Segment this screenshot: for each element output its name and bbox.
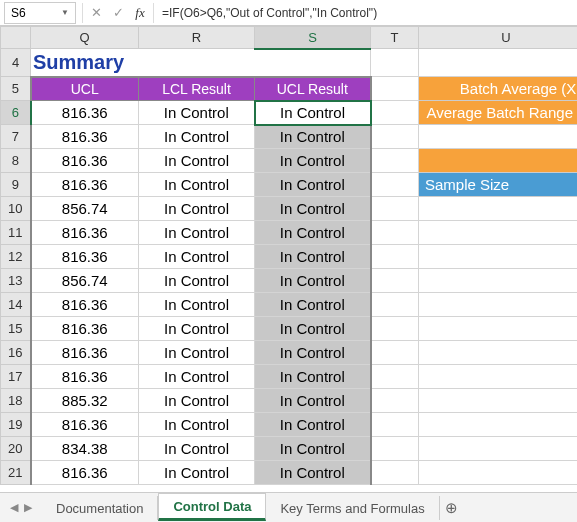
tab-nav-next-icon[interactable]: ▶: [24, 501, 32, 514]
cell[interactable]: [371, 149, 419, 173]
row-header[interactable]: 17: [1, 365, 31, 389]
row-header[interactable]: 13: [1, 269, 31, 293]
cell-ucl-result[interactable]: In Control: [255, 437, 371, 461]
tab-control-data[interactable]: Control Data: [158, 493, 266, 521]
col-header-r[interactable]: R: [139, 27, 255, 49]
cell-lcl-result[interactable]: In Control: [139, 125, 255, 149]
col-header-s[interactable]: S: [255, 27, 371, 49]
cell-ucl[interactable]: 816.36: [31, 461, 139, 485]
cell-lcl-result[interactable]: In Control: [139, 413, 255, 437]
cell-ucl-result[interactable]: In Control: [255, 389, 371, 413]
cell-lcl-result[interactable]: In Control: [139, 149, 255, 173]
cell-ucl[interactable]: 834.38: [31, 437, 139, 461]
cell-ucl[interactable]: 816.36: [31, 245, 139, 269]
cell[interactable]: [371, 413, 419, 437]
cell-ucl-result[interactable]: In Control: [255, 293, 371, 317]
cell[interactable]: [371, 221, 419, 245]
cell[interactable]: [371, 101, 419, 125]
cell[interactable]: [419, 149, 578, 173]
cell[interactable]: [419, 221, 578, 245]
row-header[interactable]: 10: [1, 197, 31, 221]
row-header[interactable]: 16: [1, 341, 31, 365]
cell[interactable]: [419, 125, 578, 149]
cell[interactable]: [419, 437, 578, 461]
cell-ucl-result[interactable]: In Control: [255, 413, 371, 437]
insert-function-icon[interactable]: fx: [129, 2, 151, 24]
cell-ucl[interactable]: 856.74: [31, 269, 139, 293]
cell-ucl-result[interactable]: In Control: [255, 197, 371, 221]
spreadsheet-grid[interactable]: Q R S T U 4 Summary 5 UCL LCL Result UCL…: [0, 26, 577, 486]
cell[interactable]: [371, 125, 419, 149]
cell-ucl[interactable]: 816.36: [31, 317, 139, 341]
tab-nav-arrows[interactable]: ◀ ▶: [0, 501, 42, 514]
cell[interactable]: [371, 245, 419, 269]
cell[interactable]: [371, 341, 419, 365]
row-header[interactable]: 19: [1, 413, 31, 437]
cell-ucl-result[interactable]: In Control: [255, 317, 371, 341]
formula-input[interactable]: =IF(O6>Q6,"Out of Control","In Control"): [156, 4, 577, 22]
cell-ucl-result[interactable]: In Control: [255, 269, 371, 293]
row-header[interactable]: 14: [1, 293, 31, 317]
cell-ucl-result[interactable]: In Control: [255, 341, 371, 365]
cell-lcl-result[interactable]: In Control: [139, 461, 255, 485]
cell-ucl-result[interactable]: In Control: [255, 365, 371, 389]
cell[interactable]: [371, 77, 419, 101]
cell-lcl-result[interactable]: In Control: [139, 341, 255, 365]
row-header[interactable]: 5: [1, 77, 31, 101]
row-header[interactable]: 12: [1, 245, 31, 269]
cell[interactable]: [419, 49, 578, 77]
cell[interactable]: [419, 293, 578, 317]
cell-lcl-result[interactable]: In Control: [139, 197, 255, 221]
cell-ucl[interactable]: 816.36: [31, 101, 139, 125]
cell[interactable]: [419, 389, 578, 413]
name-box[interactable]: S6 ▼: [4, 2, 76, 24]
row-header[interactable]: 6: [1, 101, 31, 125]
cell-ucl[interactable]: 816.36: [31, 413, 139, 437]
cell-ucl[interactable]: 816.36: [31, 149, 139, 173]
summary-title[interactable]: Summary: [31, 49, 371, 77]
cell[interactable]: [371, 317, 419, 341]
row-header[interactable]: 7: [1, 125, 31, 149]
cell-ucl[interactable]: 885.32: [31, 389, 139, 413]
cell-lcl-result[interactable]: In Control: [139, 389, 255, 413]
cell[interactable]: [371, 461, 419, 485]
cell-ucl-result[interactable]: In Control: [255, 245, 371, 269]
cell-ucl-result[interactable]: In Control: [255, 221, 371, 245]
cell-ucl[interactable]: 816.36: [31, 365, 139, 389]
cell[interactable]: [419, 317, 578, 341]
cell-ucl[interactable]: 816.36: [31, 293, 139, 317]
cell-ucl[interactable]: 816.36: [31, 221, 139, 245]
cell-lcl-result[interactable]: In Control: [139, 317, 255, 341]
cell[interactable]: [371, 365, 419, 389]
cell-ucl-result[interactable]: In Control: [255, 149, 371, 173]
cell-ucl-result[interactable]: In Control: [255, 125, 371, 149]
cell[interactable]: [371, 49, 419, 77]
cell-ucl-result[interactable]: In Control: [255, 173, 371, 197]
cell[interactable]: [371, 197, 419, 221]
cell[interactable]: [419, 245, 578, 269]
add-sheet-button[interactable]: ⊕: [440, 499, 464, 517]
cell[interactable]: [419, 461, 578, 485]
cell[interactable]: [371, 173, 419, 197]
cell[interactable]: [419, 413, 578, 437]
avg-range-label[interactable]: Average Batch Range (R: [419, 101, 578, 125]
header-ucl[interactable]: UCL: [31, 77, 139, 101]
cell[interactable]: [419, 365, 578, 389]
row-header[interactable]: 18: [1, 389, 31, 413]
cell-lcl-result[interactable]: In Control: [139, 365, 255, 389]
row-header[interactable]: 21: [1, 461, 31, 485]
row-header[interactable]: 20: [1, 437, 31, 461]
tab-key-terms[interactable]: Key Terms and Formulas: [266, 496, 439, 520]
tab-nav-prev-icon[interactable]: ◀: [10, 501, 18, 514]
cell[interactable]: [371, 389, 419, 413]
cancel-formula-icon[interactable]: ✕: [85, 2, 107, 24]
row-header[interactable]: 4: [1, 49, 31, 77]
cell[interactable]: [419, 341, 578, 365]
cell-lcl-result[interactable]: In Control: [139, 437, 255, 461]
cell-ucl[interactable]: 816.36: [31, 173, 139, 197]
cell-lcl-result[interactable]: In Control: [139, 293, 255, 317]
cell[interactable]: [371, 293, 419, 317]
header-lcl-result[interactable]: LCL Result: [139, 77, 255, 101]
cell-lcl-result[interactable]: In Control: [139, 101, 255, 125]
col-header-u[interactable]: U: [419, 27, 578, 49]
